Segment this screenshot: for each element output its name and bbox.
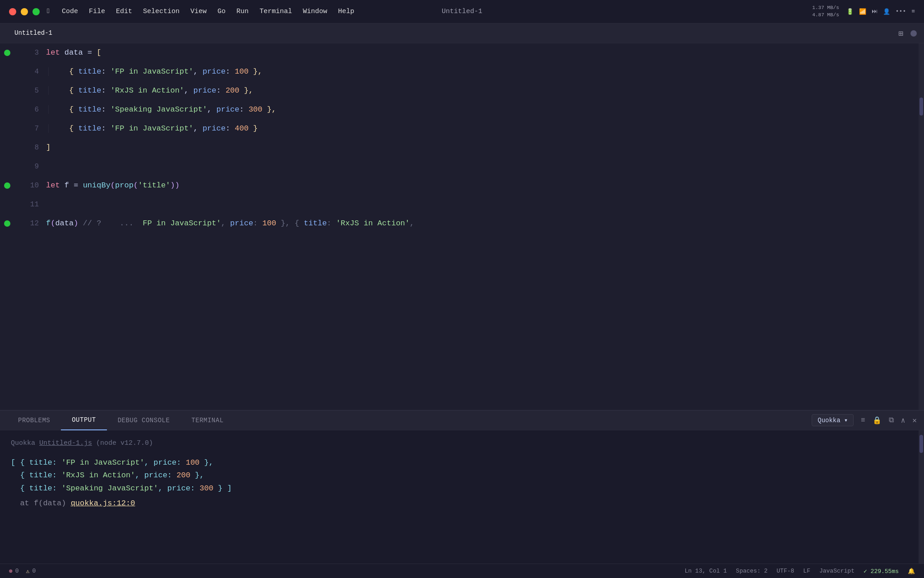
menu-view[interactable]: View — [190, 8, 207, 15]
editor-main[interactable]: 3 4 5 6 7 8 9 10 11 12 let data = [ │ { … — [0, 43, 924, 410]
tab-debug-console[interactable]: DEBUG CONSOLE — [107, 410, 181, 430]
output-line-2: { title: 'RxJS in Action', price: 200 }, — [11, 469, 913, 482]
panel-scrollbar[interactable] — [919, 430, 924, 564]
line-num-12: 12 — [22, 214, 39, 233]
close-button[interactable] — [9, 8, 16, 15]
menu-help[interactable]: Help — [338, 8, 354, 15]
code-line-8: ] — [46, 138, 924, 157]
menu-run[interactable]: Run — [236, 8, 249, 15]
line-num-11: 11 — [22, 195, 39, 214]
warn-icon: ⚠ — [26, 568, 30, 575]
traffic-lights — [9, 8, 40, 15]
title-bar-right: 1.37 MB/s 4.87 MB/s 🔋 📶 ⏭ 👤 ••• ≡ — [812, 5, 915, 19]
panel-content: Quokka Untitled-1.js (node v12.7.0) [ { … — [0, 430, 924, 564]
gutter-line-3 — [0, 43, 14, 62]
lock-icon[interactable]: 🔒 — [873, 416, 882, 425]
menu-selection[interactable]: Selection — [143, 8, 180, 15]
gutter-line-7 — [0, 119, 14, 138]
tab-untitled-1[interactable]: Untitled-1 — [7, 23, 60, 43]
more-icon: ••• — [896, 8, 906, 15]
menu-edit[interactable]: Edit — [116, 8, 132, 15]
line-num-5: 5 — [22, 81, 39, 100]
encoding[interactable]: UTF-8 — [776, 568, 794, 574]
copy-icon[interactable]: ⧉ — [889, 416, 894, 424]
gutter-indicators — [0, 43, 14, 410]
cursor-position[interactable]: Ln 13, Col 1 — [684, 568, 727, 574]
tab-terminal-label: TERMINAL — [191, 417, 223, 424]
network-down: 4.87 MB/s — [812, 12, 839, 19]
gutter-line-4 — [0, 62, 14, 81]
line-num-9: 9 — [22, 157, 39, 176]
window-title: Untitled-1 — [442, 8, 482, 15]
code-line-4: │ { title: 'FP in JavaScript', price: 10… — [46, 62, 924, 81]
tab-output[interactable]: OUTPUT — [61, 410, 106, 430]
minimize-button[interactable] — [21, 8, 28, 15]
line-numbers: 3 4 5 6 7 8 9 10 11 12 — [14, 43, 46, 410]
close-panel-icon[interactable]: ✕ — [912, 416, 917, 425]
maximize-button[interactable] — [32, 8, 40, 15]
quokka-label: Quokka — [818, 417, 840, 424]
menu-apple[interactable]:  — [47, 8, 51, 15]
tab-problems[interactable]: PROBLEMS — [7, 410, 61, 430]
tab-debug-label: DEBUG CONSOLE — [118, 417, 170, 424]
panel: PROBLEMS OUTPUT DEBUG CONSOLE TERMINAL Q… — [0, 410, 924, 564]
gutter-line-8 — [0, 138, 14, 157]
menu-bar:  Code File Edit Selection View Go Run T… — [47, 8, 354, 15]
menu-file[interactable]: File — [89, 8, 105, 15]
timing: ✓ 229.55ms — [864, 568, 899, 575]
gutter-line-9 — [0, 157, 14, 176]
line-num-3: 3 — [22, 43, 39, 62]
error-count: 0 — [15, 568, 19, 574]
title-bar-left:  Code File Edit Selection View Go Run T… — [9, 8, 354, 15]
status-bar: ⊗ 0 ⚠ 0 Ln 13, Col 1 Spaces: 2 UTF-8 LF … — [0, 564, 924, 578]
warn-count: 0 — [32, 568, 36, 574]
tab-label: Untitled-1 — [14, 29, 52, 37]
tab-terminal[interactable]: TERMINAL — [180, 410, 234, 430]
wifi-icon: 📶 — [859, 8, 866, 15]
title-bar:  Code File Edit Selection View Go Run T… — [0, 0, 924, 23]
quokka-selector[interactable]: Quokka ▾ — [812, 414, 854, 426]
tab-output-label: OUTPUT — [72, 416, 96, 424]
panel-scrollbar-thumb[interactable] — [919, 435, 923, 453]
line-num-7: 7 — [22, 119, 39, 138]
gutter-line-6 — [0, 100, 14, 119]
editor-container: 3 4 5 6 7 8 9 10 11 12 let data = [ │ { … — [0, 43, 924, 564]
editor-scrollbar[interactable] — [919, 43, 924, 410]
menu-terminal[interactable]: Terminal — [259, 8, 292, 15]
error-icon: ⊗ — [9, 568, 13, 575]
line-num-10: 10 — [22, 176, 39, 195]
tab-right-icons: ⊞ — [898, 28, 917, 38]
filter-icon[interactable]: ≡ — [861, 416, 865, 424]
code-line-12: f(data) // ? ... FP in JavaScript', pric… — [46, 214, 924, 233]
output-line-4: at f(data) quokka.js:12:0 — [11, 497, 913, 510]
tab-problems-label: PROBLEMS — [18, 417, 50, 424]
code-line-3: let data = [ — [46, 43, 924, 62]
code-line-6: │ { title: 'Speaking JavaScript', price:… — [46, 100, 924, 119]
menu-go[interactable]: Go — [217, 8, 226, 15]
indentation[interactable]: Spaces: 2 — [736, 568, 767, 574]
menu-code[interactable]: Code — [62, 8, 78, 15]
language-mode[interactable]: JavaScript — [819, 568, 855, 574]
line-ending[interactable]: LF — [803, 568, 810, 574]
line-num-4: 4 — [22, 62, 39, 81]
editor-scrollbar-thumb[interactable] — [919, 98, 923, 116]
status-warnings[interactable]: ⚠ 0 — [26, 568, 36, 575]
output-link[interactable]: quokka.js:12:0 — [71, 499, 135, 508]
gutter-line-5 — [0, 81, 14, 100]
gutter-line-12 — [0, 214, 14, 233]
status-errors[interactable]: ⊗ 0 — [9, 568, 19, 575]
code-line-10: let f = uniqBy(prop('title')) — [46, 176, 924, 195]
menu-window[interactable]: Window — [303, 8, 327, 15]
code-content[interactable]: let data = [ │ { title: 'FP in JavaScrip… — [46, 43, 924, 410]
split-editor-icon[interactable]: ⊞ — [898, 28, 903, 38]
kw-let-3: let — [46, 43, 60, 62]
notification-icon: 🔔 — [908, 568, 915, 575]
media-icon: ⏭ — [872, 8, 878, 15]
gutter-line-10 — [0, 176, 14, 195]
output-line-3: { title: 'Speaking JavaScript', price: 3… — [11, 482, 913, 495]
panel-tab-group: PROBLEMS OUTPUT DEBUG CONSOLE TERMINAL — [7, 410, 235, 430]
gutter-line-11 — [0, 195, 14, 214]
chevron-up-icon[interactable]: ∧ — [901, 416, 906, 425]
list-icon: ≡ — [911, 8, 915, 15]
chevron-down-icon: ▾ — [844, 416, 848, 424]
